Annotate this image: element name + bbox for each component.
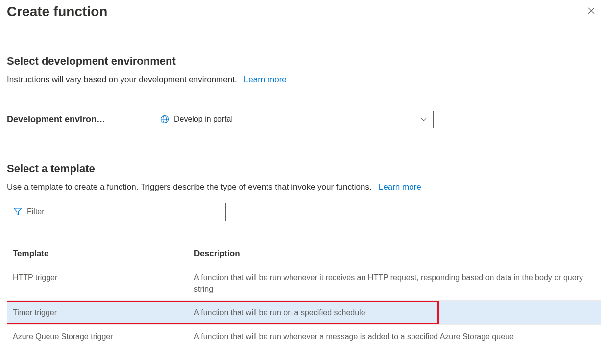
env-desc-text: Instructions will vary based on your dev…	[7, 75, 237, 84]
template-desc-cell: A function that will be run whenever it …	[188, 266, 601, 301]
template-desc-text: Use a template to create a function. Tri…	[7, 182, 372, 192]
template-name-cell: HTTP trigger	[7, 266, 188, 301]
env-section-desc: Instructions will vary based on your dev…	[7, 74, 599, 85]
dev-env-select[interactable]: Develop in portal	[154, 111, 434, 128]
template-table: Template Description HTTP triggerA funct…	[7, 242, 601, 348]
close-icon	[588, 7, 595, 16]
dev-env-value: Develop in portal	[174, 115, 420, 124]
globe-icon	[160, 115, 169, 124]
col-description[interactable]: Description	[188, 242, 601, 266]
col-template[interactable]: Template	[7, 242, 188, 266]
template-learn-more-link[interactable]: Learn more	[379, 182, 421, 192]
svg-marker-5	[14, 208, 22, 215]
table-row[interactable]: HTTP triggerA function that will be run …	[7, 266, 601, 301]
filter-input[interactable]	[27, 207, 219, 216]
template-section-desc: Use a template to create a function. Tri…	[7, 182, 599, 193]
page-title: Create function	[7, 4, 107, 20]
env-learn-more-link[interactable]: Learn more	[244, 75, 287, 84]
filter-icon	[13, 207, 22, 216]
filter-box[interactable]	[7, 203, 226, 221]
dev-env-label: Development environ…	[7, 114, 154, 125]
chevron-down-icon	[420, 116, 427, 123]
template-name-cell: Timer trigger	[7, 301, 188, 324]
template-name-cell: Azure Queue Storage trigger	[7, 324, 188, 348]
env-section-title: Select development environment	[7, 55, 599, 68]
template-desc-cell: A function that will be run whenever a m…	[188, 324, 601, 348]
template-table-container[interactable]: Template Description HTTP triggerA funct…	[7, 242, 601, 364]
template-section-title: Select a template	[7, 162, 599, 175]
close-button[interactable]	[583, 4, 599, 20]
template-desc-cell: A function that will be run on a specifi…	[188, 301, 601, 324]
table-row[interactable]: Azure Queue Storage triggerA function th…	[7, 324, 601, 348]
table-row[interactable]: Timer triggerA function that will be run…	[7, 301, 601, 324]
